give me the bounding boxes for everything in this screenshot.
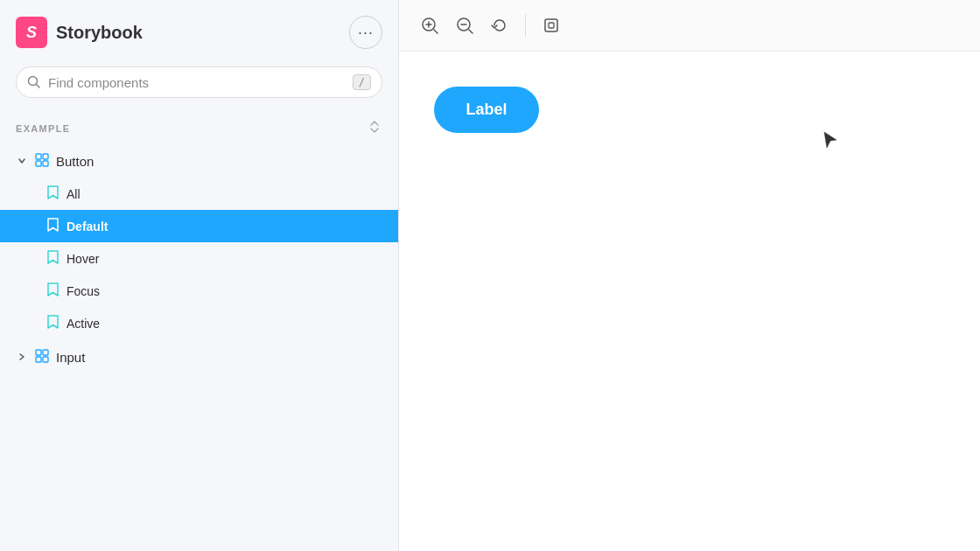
bookmark-icon	[46, 218, 60, 234]
bookmark-icon	[46, 185, 60, 202]
svg-rect-17	[545, 19, 557, 31]
search-area: Find components /	[0, 61, 398, 110]
section-label: EXAMPLE	[16, 123, 70, 134]
zoom-reset-button[interactable]	[485, 10, 514, 40]
sort-icon[interactable]	[367, 119, 382, 138]
story-all[interactable]: All	[0, 178, 398, 210]
svg-line-15	[469, 30, 472, 33]
svg-rect-9	[43, 357, 48, 362]
main-content: Label	[399, 0, 980, 551]
sidebar-header: S Storybook ···	[0, 0, 398, 61]
zoom-in-button[interactable]	[415, 10, 444, 40]
sidebar: S Storybook ··· Find components / EXAMPL…	[0, 0, 399, 551]
svg-line-1	[37, 85, 40, 88]
component-grid-icon	[35, 349, 49, 366]
button-group: Button All Default	[0, 145, 398, 339]
canvas-toolbar	[399, 0, 980, 52]
input-component-item[interactable]: Input	[0, 341, 398, 373]
svg-rect-8	[36, 357, 41, 362]
svg-rect-6	[36, 350, 41, 355]
story-all-label: All	[66, 187, 80, 201]
input-group: Input	[0, 341, 398, 373]
canvas-area: Label	[399, 52, 980, 551]
svg-rect-2	[36, 154, 41, 159]
chevron-down-icon	[16, 157, 28, 167]
svg-line-11	[434, 30, 438, 33]
chevron-right-icon	[16, 352, 28, 363]
preview-button[interactable]: Label	[434, 87, 539, 133]
button-component-item[interactable]: Button	[0, 145, 398, 178]
story-active-label: Active	[66, 317, 100, 331]
cursor-icon	[822, 130, 840, 151]
svg-rect-4	[36, 161, 41, 166]
bookmark-icon	[46, 315, 60, 331]
svg-rect-7	[43, 350, 48, 355]
toolbar-divider	[525, 14, 526, 37]
search-placeholder: Find components	[48, 75, 346, 90]
component-tree: Button All Default	[0, 145, 398, 551]
search-shortcut: /	[353, 74, 371, 90]
zoom-out-button[interactable]	[450, 10, 480, 40]
section-header: EXAMPLE	[0, 110, 398, 145]
svg-rect-18	[549, 23, 554, 28]
search-box[interactable]: Find components /	[16, 66, 382, 98]
bookmark-icon	[46, 250, 60, 267]
button-component-label: Button	[56, 154, 94, 169]
frame-button[interactable]	[536, 10, 566, 40]
story-hover[interactable]: Hover	[0, 242, 398, 275]
bookmark-icon	[46, 282, 60, 299]
svg-rect-5	[43, 161, 48, 166]
story-hover-label: Hover	[66, 252, 99, 266]
search-icon	[27, 75, 41, 89]
story-default[interactable]: Default	[0, 210, 398, 242]
story-default-label: Default	[66, 220, 108, 234]
input-component-label: Input	[56, 350, 85, 365]
app-title: Storybook	[56, 23, 143, 43]
svg-rect-3	[43, 154, 48, 159]
logo-area: S Storybook	[16, 17, 143, 48]
story-focus-label: Focus	[66, 284, 100, 298]
more-options-button[interactable]: ···	[349, 16, 382, 49]
story-active[interactable]: Active	[0, 307, 398, 339]
storybook-logo-icon: S	[16, 17, 47, 48]
component-grid-icon	[35, 153, 49, 170]
story-focus[interactable]: Focus	[0, 275, 398, 307]
